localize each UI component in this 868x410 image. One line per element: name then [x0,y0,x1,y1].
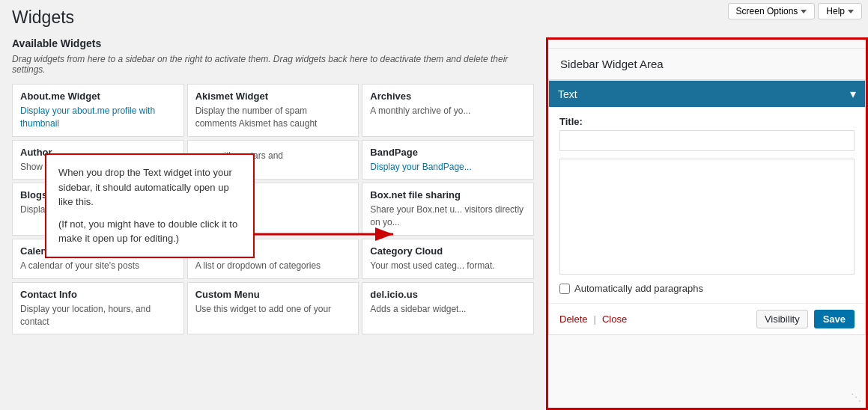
main-content: Available Widgets Drag widgets from here… [0,37,868,410]
sidebar-widget-area: Sidebar Widget Area Text ▾ Title: Automa… [546,37,868,410]
visibility-button[interactable]: Visibility [756,310,808,328]
help-chevron-icon [848,10,854,13]
widget-contact-info-desc: Display your location, hours, and contac… [20,303,176,328]
red-arrow-icon [255,215,404,255]
resize-handle-icon: ⋱ [851,391,861,403]
callout-text-2: (If not, you might have to double click … [58,217,241,246]
widget-bandpage-title: BandPage [370,147,526,158]
sidebar-area-title: Sidebar Widget Area [548,49,866,80]
widget-custom-menu-title: Custom Menu [195,289,351,300]
widget-boxnet-file-title: Box.net file sharing [370,189,526,201]
top-bar: Screen Options Help [722,0,868,22]
text-widget-footer: Delete | Close Visibility Save [549,303,865,334]
widget-category-cloud-desc: Your most used categ... format. [370,260,526,272]
close-link[interactable]: Close [602,313,627,325]
help-label: Help [826,6,845,16]
available-widgets-desc: Drag widgets from here to a sidebar on t… [12,54,534,75]
content-textarea[interactable] [559,159,855,275]
widget-about-me-title: About.me Widget [20,91,176,102]
save-button[interactable]: Save [814,310,855,328]
text-widget-chevron-icon: ▾ [850,87,856,101]
screen-options-label: Screen Options [736,6,798,16]
page-title: Widgets [12,7,74,28]
callout-text-1: When you drop the Text widget into your … [58,165,241,209]
screen-options-chevron-icon [801,10,807,13]
widget-akismet-title: Akismet Widget [195,91,351,102]
widget-about-me-desc: Display your about.me profile with thumb… [20,105,176,130]
widget-bandpage[interactable]: BandPage Display your BandPage... [362,140,534,180]
sidebar-top-spacer [548,40,866,49]
available-widgets-title: Available Widgets [12,37,534,49]
widget-archives-desc: A monthly archive of yo... [370,105,526,117]
auto-para-checkbox[interactable] [559,284,570,294]
widget-about-me[interactable]: About.me Widget Display your about.me pr… [12,84,184,137]
text-widget: Text ▾ Title: Automatically add paragrap… [548,80,866,335]
screen-options-button[interactable]: Screen Options [728,3,816,19]
footer-separator: | [594,313,596,325]
widget-akismet[interactable]: Akismet Widget Display the number of spa… [187,84,359,137]
text-widget-label: Text [558,88,577,100]
available-widgets-panel: Available Widgets Drag widgets from here… [0,37,546,410]
widget-archives[interactable]: Archives A monthly archive of yo... [362,84,534,137]
delete-link[interactable]: Delete [559,313,588,325]
auto-para-row: Automatically add paragraphs [559,283,855,294]
help-button[interactable]: Help [818,3,862,19]
widget-calendar-desc: A calendar of your site's posts [20,260,176,272]
widget-custom-menu[interactable]: Custom Menu Use this widget to add one o… [187,282,359,335]
text-widget-header[interactable]: Text ▾ [549,81,865,107]
widget-contact-info[interactable]: Contact Info Display your location, hour… [12,282,184,335]
widget-delicious-desc: Adds a sidebar widget... [370,303,526,316]
auto-para-label: Automatically add paragraphs [574,283,703,294]
widget-archives-title: Archives [370,91,526,102]
title-field-label: Title: [559,116,855,127]
text-widget-body: Title: Automatically add paragraphs [549,107,865,303]
widget-custom-menu-desc: Use this widget to add one of your [195,303,351,316]
widget-categories-desc: A list or dropdown of categories [195,260,351,272]
widget-delicious-title: del.icio.us [370,289,526,300]
widget-akismet-desc: Display the number of spam comments Akis… [195,105,351,130]
widget-bandpage-desc: Display your BandPage... [370,161,526,174]
widget-contact-info-title: Contact Info [20,289,176,300]
callout-box: When you drop the Text widget into your … [45,153,255,258]
title-input[interactable] [559,130,855,151]
widget-delicious[interactable]: del.icio.us Adds a sidebar widget... [362,282,534,335]
